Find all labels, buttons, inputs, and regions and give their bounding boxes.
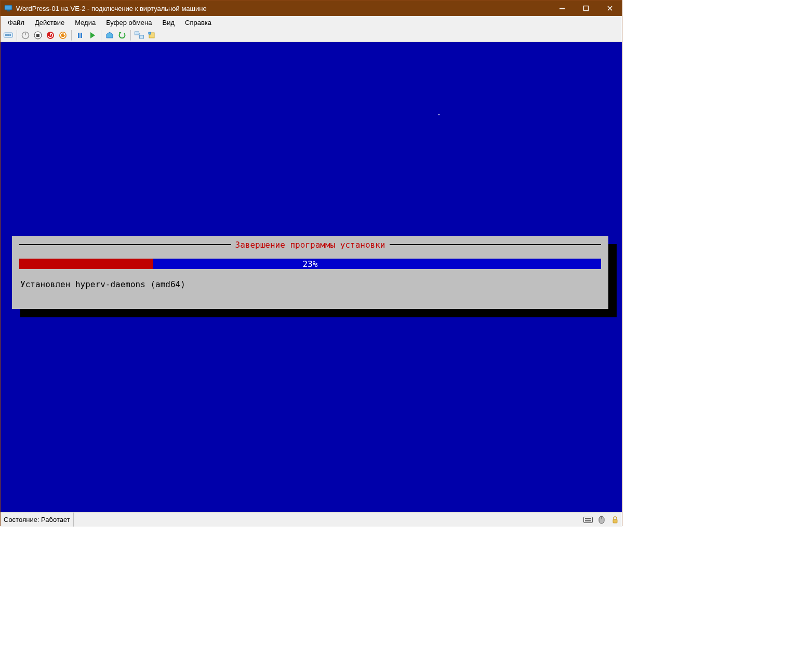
- svg-rect-3: [584, 6, 589, 11]
- menu-file[interactable]: Файл: [3, 16, 30, 29]
- svg-rect-19: [584, 517, 593, 522]
- monitor-icon: [4, 4, 13, 13]
- svg-rect-14: [78, 33, 79, 38]
- maximize-button[interactable]: [574, 1, 598, 16]
- cursor-icon: [438, 114, 440, 115]
- title-bar[interactable]: WordPress-01 на VE-2 - подключение к вир…: [1, 1, 622, 16]
- toolbar-separator: [101, 30, 101, 41]
- svg-rect-6: [7, 34, 9, 36]
- svg-rect-0: [5, 5, 12, 10]
- window-title: WordPress-01 на VE-2 - подключение к вир…: [16, 5, 550, 12]
- window-root: WordPress-01 на VE-2 - подключение к вир…: [0, 0, 622, 526]
- svg-rect-7: [9, 34, 11, 36]
- svg-rect-24: [613, 519, 617, 523]
- checkpoint-icon[interactable]: [104, 30, 115, 41]
- svg-rect-20: [585, 518, 591, 519]
- ctrl-alt-del-icon[interactable]: [3, 30, 14, 41]
- installer-title-row: Завершение программы установки: [19, 240, 601, 249]
- menu-view[interactable]: Вид: [157, 16, 180, 29]
- menu-clipboard[interactable]: Буфер обмена: [101, 16, 157, 29]
- play-icon[interactable]: [87, 30, 98, 41]
- installer-panel: Завершение программы установки 23% Устан…: [12, 236, 608, 309]
- svg-rect-2: [560, 8, 565, 9]
- revert-icon[interactable]: [116, 30, 128, 41]
- svg-rect-15: [81, 33, 82, 38]
- close-button[interactable]: [598, 1, 622, 16]
- toolbar-separator: [17, 30, 17, 41]
- enhanced-session-icon[interactable]: [134, 30, 145, 41]
- lock-status-icon: [610, 515, 620, 525]
- svg-rect-10: [36, 34, 39, 37]
- divider-icon: [390, 244, 602, 245]
- turnoff-icon[interactable]: [20, 30, 31, 41]
- mouse-status-icon: [596, 515, 607, 525]
- share-icon[interactable]: [146, 30, 157, 41]
- window-controls: [550, 1, 622, 16]
- svg-rect-16: [135, 32, 139, 35]
- toolbar-separator: [130, 30, 131, 41]
- menu-action[interactable]: Действие: [30, 16, 70, 29]
- minimize-button[interactable]: [550, 1, 574, 16]
- status-bar: Состояние: Работает: [1, 512, 622, 527]
- divider-icon: [19, 244, 231, 245]
- pause-icon[interactable]: [74, 30, 86, 41]
- menu-bar: Файл Действие Медиа Буфер обмена Вид Спр…: [1, 16, 622, 29]
- svg-rect-17: [140, 35, 144, 38]
- status-text: Состояние: Работает: [1, 513, 74, 527]
- keyboard-status-icon: [583, 515, 593, 525]
- svg-rect-1: [7, 10, 10, 11]
- toolbar-separator: [71, 30, 72, 41]
- menu-help[interactable]: Справка: [180, 16, 217, 29]
- installer-title: Завершение программы установки: [231, 240, 390, 250]
- svg-rect-5: [5, 34, 7, 36]
- progress-label: 23%: [19, 259, 601, 269]
- progress-bar: 23%: [19, 259, 601, 269]
- shutdown-icon[interactable]: [45, 30, 56, 41]
- vm-console[interactable]: Завершение программы установки 23% Устан…: [1, 42, 622, 512]
- menu-media[interactable]: Медиа: [70, 16, 101, 29]
- reset-icon[interactable]: [57, 30, 69, 41]
- stop-icon[interactable]: [32, 30, 44, 41]
- toolbar: [1, 29, 622, 42]
- svg-rect-21: [585, 520, 591, 521]
- installer-box: Завершение программы установки 23% Устан…: [12, 236, 608, 309]
- installer-message: Установлен hyperv-daemons (amd64): [19, 274, 601, 300]
